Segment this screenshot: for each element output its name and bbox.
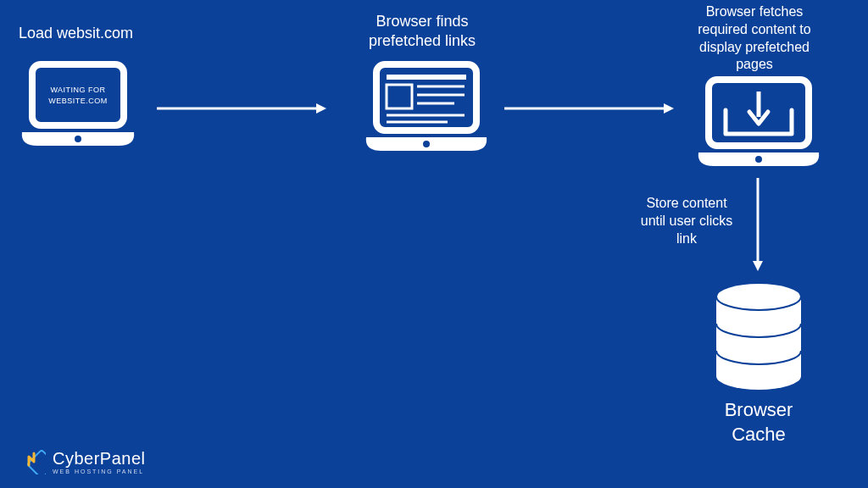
svg-rect-5	[387, 75, 466, 80]
svg-rect-6	[387, 85, 412, 108]
step2-title: Browser findsprefetched links	[346, 12, 498, 52]
arrow-down-icon	[749, 178, 766, 274]
svg-rect-3	[376, 64, 476, 130]
svg-point-4	[423, 141, 430, 147]
svg-point-14	[755, 156, 762, 163]
database-icon	[712, 281, 805, 395]
brand-tagline: WEB HOSTING PANEL	[53, 469, 146, 474]
arrow-right-icon	[157, 100, 326, 120]
svg-point-18	[716, 283, 801, 310]
brand-logo: CyberPanel WEB HOSTING PANEL	[17, 446, 146, 478]
arrow-right-icon	[504, 100, 674, 120]
laptop-webpage-icon	[363, 61, 490, 158]
svg-point-1	[75, 136, 81, 142]
step1-title: Load websit.com	[19, 24, 133, 43]
cache-title: BrowserCache	[704, 398, 814, 446]
screen-text-l2: WEBSITE.COM	[48, 97, 108, 105]
step3-title: Browser fetches required content to disp…	[670, 3, 839, 74]
logo-mark-icon	[17, 446, 46, 478]
screen-text-l1: WAITING FOR	[50, 86, 105, 94]
laptop-download-icon	[695, 76, 822, 173]
brand-name: CyberPanel	[53, 450, 146, 467]
transition-label: Store content until user clicks link	[627, 195, 746, 247]
laptop-waiting-icon: WAITING FOR WEBSITE.COM	[19, 61, 137, 153]
